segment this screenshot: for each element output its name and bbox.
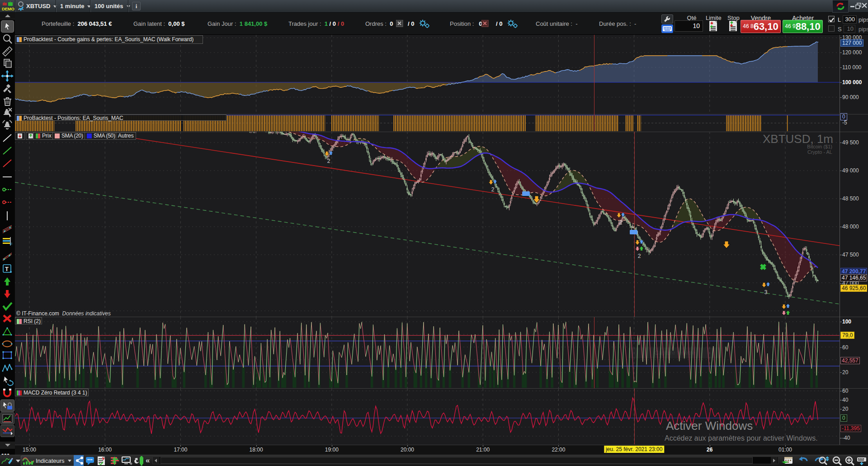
svg-text:2: 2: [638, 253, 641, 259]
svg-text:2: 2: [327, 158, 330, 164]
svg-text:3: 3: [764, 289, 768, 295]
svg-text:2: 2: [619, 219, 623, 226]
svg-text:F: F: [10, 242, 13, 247]
svg-text:T: T: [5, 266, 9, 272]
svg-text:DEMO: DEMO: [2, 6, 14, 11]
svg-text:2: 2: [491, 186, 495, 193]
